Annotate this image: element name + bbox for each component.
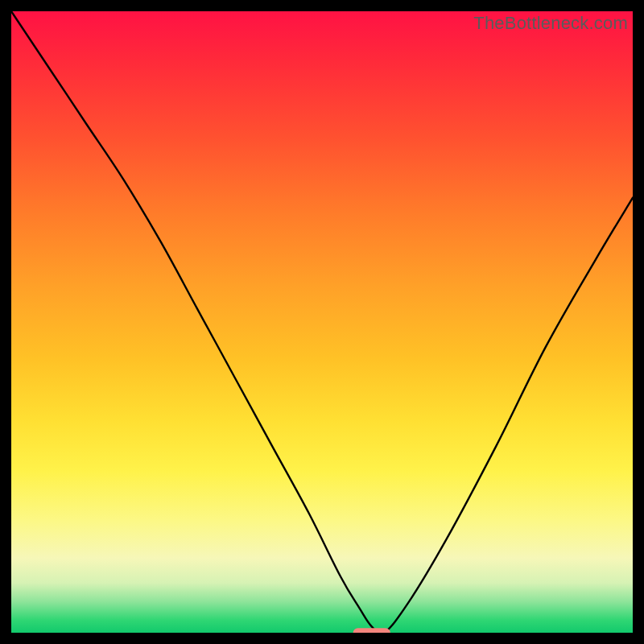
- chart-frame: TheBottleneck.com: [11, 11, 633, 633]
- gradient-background: [11, 11, 633, 633]
